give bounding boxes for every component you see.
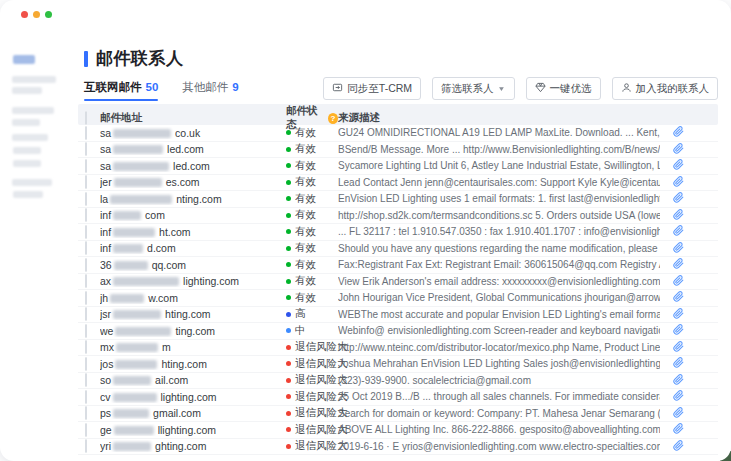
row-checkbox[interactable]	[85, 373, 87, 387]
sidebar-item-blurred[interactable]	[12, 87, 42, 94]
sidebar-item-blurred[interactable]	[13, 147, 41, 154]
one-click-optimize-button[interactable]: 一键优选	[526, 77, 601, 100]
source-description-cell: ABOVE ALL Lighting Inc. 866-222-8866. ge…	[338, 424, 660, 435]
row-checkbox[interactable]	[85, 324, 87, 338]
row-checkbox[interactable]	[85, 390, 87, 404]
link-paperclip-icon[interactable]	[673, 423, 684, 434]
status-dot	[286, 427, 291, 432]
row-checkbox[interactable]	[85, 258, 87, 272]
row-checkbox[interactable]	[85, 142, 87, 156]
tab-bar: 互联网邮件50 其他邮件9	[84, 80, 239, 101]
row-checkbox[interactable]	[85, 274, 87, 288]
app-window: 邮件联系人 互联网邮件50 其他邮件9 同步至T-CRM 筛选联系人 ▼ 一键优…	[0, 0, 731, 461]
row-checkbox[interactable]	[85, 175, 87, 189]
filter-contacts-button[interactable]: 筛选联系人 ▼	[432, 77, 514, 100]
source-description-cell: http://www.nteinc.com/distributor-locato…	[338, 342, 660, 353]
source-description-cell: John Hourigan Vice President, Global Com…	[338, 292, 660, 303]
source-description-cell: GU24 OMNIDIRECTIONAL A19 LED LAMP MaxLit…	[338, 127, 660, 138]
table-row: weting.com 中 Webinfo@ envisionledlightin…	[78, 323, 718, 340]
select-all-checkbox[interactable]	[85, 111, 87, 125]
sidebar-item-blurred[interactable]	[12, 134, 48, 141]
status-label: 有效	[295, 258, 316, 272]
status-dot	[286, 196, 291, 201]
page-title: 邮件联系人	[84, 47, 184, 70]
email-address-cell: infcom	[100, 209, 280, 221]
table-row: yrighting.com 退信风险大 2019-6-16 · E yrios@…	[78, 439, 718, 456]
link-paperclip-icon[interactable]	[673, 126, 684, 137]
sidebar-item-blurred[interactable]	[12, 76, 56, 83]
link-paperclip-icon[interactable]	[673, 192, 684, 203]
source-description-cell: Webinfo@ envisionledlighting.com Screen-…	[338, 325, 660, 336]
link-paperclip-icon[interactable]	[673, 308, 684, 319]
link-paperclip-icon[interactable]	[673, 440, 684, 451]
link-paperclip-icon[interactable]	[673, 324, 684, 335]
sidebar-item-blurred[interactable]	[12, 107, 54, 114]
status-label: 有效	[295, 208, 316, 222]
email-status-cell: 有效	[280, 208, 338, 222]
table-row: infd.com 有效 Should you have any question…	[78, 241, 718, 258]
sidebar-item-blurred[interactable]	[13, 160, 41, 167]
link-paperclip-icon[interactable]	[673, 225, 684, 236]
sidebar-item-blurred[interactable]	[12, 179, 52, 186]
row-checkbox[interactable]	[85, 241, 87, 255]
row-checkbox[interactable]	[85, 192, 87, 206]
redacted-email-blur	[113, 228, 155, 237]
email-status-cell: 有效	[280, 225, 338, 239]
row-checkbox[interactable]	[85, 406, 87, 420]
tab-other-mail[interactable]: 其他邮件9	[182, 80, 238, 101]
column-header-source: 来源描述	[338, 111, 660, 125]
link-paperclip-icon[interactable]	[673, 159, 684, 170]
maximize-window-button[interactable]	[45, 11, 52, 18]
row-checkbox[interactable]	[85, 208, 87, 222]
person-add-icon	[621, 82, 632, 95]
source-description-cell: Search for domain or keyword: Company: P…	[338, 408, 660, 419]
redacted-email-blur	[114, 178, 162, 187]
status-dot	[286, 279, 291, 284]
row-checkbox[interactable]	[85, 357, 87, 371]
tab-internet-mail[interactable]: 互联网邮件50	[84, 80, 158, 101]
link-paperclip-icon[interactable]	[673, 390, 684, 401]
add-to-my-contacts-button[interactable]: 加入我的联系人	[612, 77, 719, 100]
help-icon[interactable]: ?	[328, 113, 338, 124]
sidebar-item-blurred[interactable]	[12, 119, 40, 126]
source-description-cell: (323)-939-9900. socalelectricia@gmail.co…	[338, 375, 660, 386]
sidebar-item-blurred[interactable]	[13, 191, 43, 198]
status-label: 有效	[295, 241, 316, 255]
row-checkbox[interactable]	[85, 340, 87, 354]
logo-blurred	[13, 55, 35, 64]
link-paperclip-icon[interactable]	[673, 341, 684, 352]
row-checkbox[interactable]	[85, 225, 87, 239]
link-paperclip-icon[interactable]	[673, 291, 684, 302]
link-paperclip-icon[interactable]	[673, 357, 684, 368]
email-status-cell: 退信风险大	[280, 373, 338, 387]
email-address-cell: saco.uk	[100, 127, 280, 139]
row-checkbox[interactable]	[85, 126, 87, 140]
row-checkbox[interactable]	[85, 307, 87, 321]
row-checkbox[interactable]	[85, 159, 87, 173]
sync-to-tcrm-button[interactable]: 同步至T-CRM	[323, 77, 421, 100]
link-paperclip-icon[interactable]	[673, 176, 684, 187]
link-paperclip-icon[interactable]	[673, 374, 684, 385]
source-description-cell: ... FL 32117 : tel 1.910.547.0350 : fax …	[338, 226, 660, 237]
link-paperclip-icon[interactable]	[673, 242, 684, 253]
link-paperclip-icon[interactable]	[673, 407, 684, 418]
table-row: jhw.com 有效 John Hourigan Vice President,…	[78, 290, 718, 307]
email-status-cell: 有效	[280, 159, 338, 173]
email-status-cell: 退信风险大	[280, 357, 338, 371]
row-checkbox[interactable]	[85, 291, 87, 305]
status-label: 有效	[295, 159, 316, 173]
email-status-cell: 有效	[280, 241, 338, 255]
redacted-email-blur	[114, 426, 154, 435]
row-checkbox[interactable]	[85, 423, 87, 437]
status-dot	[286, 262, 291, 267]
table-row: gellighting.com 退信风险大 ABOVE ALL Lighting…	[78, 422, 718, 439]
link-paperclip-icon[interactable]	[673, 209, 684, 220]
row-checkbox[interactable]	[85, 439, 87, 453]
minimize-window-button[interactable]	[33, 11, 40, 18]
link-paperclip-icon[interactable]	[673, 143, 684, 154]
close-window-button[interactable]	[21, 11, 28, 18]
link-paperclip-icon[interactable]	[673, 275, 684, 286]
title-accent-bar	[84, 51, 88, 67]
link-paperclip-icon[interactable]	[673, 258, 684, 269]
email-status-cell: 退信风险大	[280, 423, 338, 437]
